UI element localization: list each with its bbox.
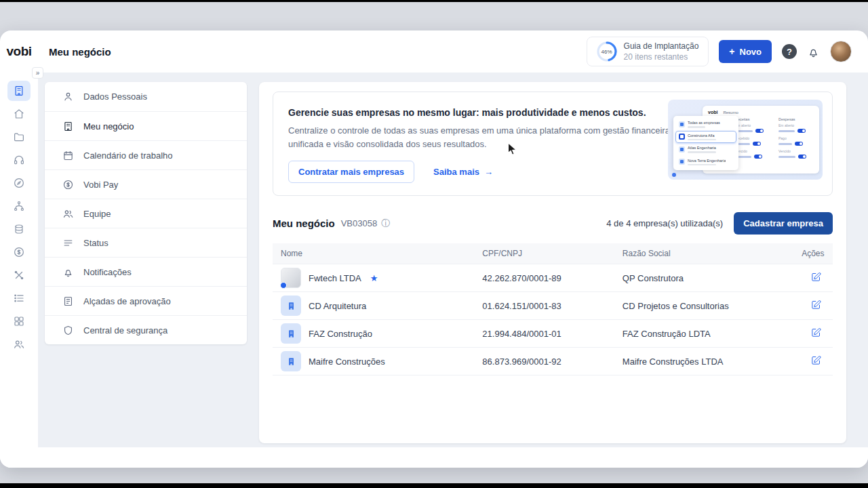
mini-despesas-header: Despesas [778, 117, 814, 121]
rail-projects-folder-icon[interactable] [7, 127, 31, 147]
app-body: Dados Pessoais Meu negócio Calendário de… [0, 73, 868, 447]
help-icon[interactable]: ? [782, 44, 797, 59]
sidebar-item-vobi-pay[interactable]: Vobi Pay [45, 169, 247, 199]
sidebar-item-calendario[interactable]: Calendário de trabalho [45, 140, 247, 169]
guide-subtitle: 20 itens restantes [624, 52, 699, 62]
company-name: Maifre Construções [309, 357, 385, 367]
edit-company-icon[interactable] [809, 270, 823, 286]
mini-toggle-icon [754, 155, 762, 159]
mini-company-row: Nova Terra Engenharia [675, 156, 736, 169]
sidebar-item-meu-negocio[interactable]: Meu negócio [45, 111, 247, 140]
main-panel: Gerencie suas empresas no mesmo lugar: m… [259, 82, 846, 443]
info-icon[interactable]: ⓘ [381, 218, 390, 230]
table-row: Fwtech LTDA ★ 42.262.870/0001-89 QP Cons… [273, 264, 833, 292]
sidebar-item-seguranca[interactable]: Central de segurança [45, 315, 247, 344]
banner-illustration: vobi Resumo Receitas Em aberto [668, 100, 823, 180]
company-razao: CD Projetos e Consultorias [614, 292, 793, 320]
company-building-icon [281, 351, 301, 371]
user-avatar[interactable] [830, 41, 852, 62]
company-building-icon [281, 296, 301, 316]
company-cnpj: 42.262.870/0001-89 [474, 264, 614, 292]
table-row: CD Arquitetura 01.624.151/0001-83 CD Pro… [273, 292, 833, 320]
sidebar-expand-icon[interactable]: » [32, 67, 43, 79]
mini-summary-title: Resumo [723, 110, 738, 115]
company-razao: Maifre Construções LTDA [614, 348, 793, 375]
rail-support-headset-icon[interactable] [7, 150, 31, 170]
rail-company-icon[interactable] [7, 81, 31, 101]
multi-company-banner: Gerencie suas empresas no mesmo lugar: m… [273, 92, 833, 196]
mini-company-row: Todas as empresas [675, 118, 736, 131]
building-icon-label: Meu negócio [83, 121, 134, 131]
mini-toggle-icon [798, 155, 806, 159]
sidebar-item-equipe[interactable]: Equipe [45, 199, 247, 228]
person-icon-label: Dados Pessoais [83, 92, 147, 102]
edit-company-icon[interactable] [809, 298, 823, 314]
shield-icon-label: Central de segurança [83, 325, 167, 336]
notifications-bell-icon[interactable] [807, 45, 820, 58]
rail-tools-icon[interactable] [7, 265, 31, 285]
new-button[interactable]: + Novo [719, 40, 772, 63]
vobi-logo: vobi [6, 44, 31, 59]
status-icon-label: Status [83, 238, 108, 248]
companies-table: Nome CPF/CNPJ Razão Social Ações Fwtech … [273, 243, 833, 375]
rail-kanban-grid-icon[interactable] [7, 311, 31, 331]
edit-company-icon[interactable] [809, 325, 823, 342]
company-cnpj: 01.624.151/0001-83 [474, 292, 614, 320]
company-name: CD Arquitetura [309, 301, 366, 311]
account-code: VB03058 [341, 218, 378, 228]
table-row: Maifre Construções 86.873.969/0001-92 Ma… [273, 348, 833, 375]
banner-title: Gerencie suas empresas no mesmo lugar: m… [288, 107, 695, 118]
sidebar-item-notificacoes[interactable]: Notificações [45, 257, 247, 286]
company-razao: QP Construtora [614, 264, 793, 292]
company-name: FAZ Construção [309, 329, 372, 339]
contract-more-companies-button[interactable]: Contratar mais empresas [288, 161, 414, 183]
logo-box: vobi [0, 44, 38, 59]
sidebar-item-dados-pessoais[interactable]: Dados Pessoais [45, 82, 247, 111]
implementation-guide-widget[interactable]: 46% Guia de Implantação 20 itens restant… [587, 37, 709, 66]
companies-usage-count: 4 de 4 empresa(s) utilizada(s) [606, 218, 723, 228]
rail-tasks-list-icon[interactable] [7, 288, 31, 308]
mini-company-list: Todas as empresas Construtora Alfa [673, 116, 738, 170]
sidebar-item-status[interactable]: Status [45, 228, 247, 257]
bell-icon-label: Notificações [83, 267, 132, 277]
sidebar-item-alcadas[interactable]: Alçadas de aprovação [45, 286, 247, 315]
mini-company-icon [679, 134, 685, 140]
company-cnpj: 86.873.969/0001-92 [474, 348, 614, 375]
mini-receitas-header: Receitas [735, 117, 770, 121]
rail-team-icon[interactable] [7, 334, 31, 354]
register-company-button[interactable]: Cadastrar empresa [734, 212, 833, 235]
dollar-icon-label: Vobi Pay [83, 180, 118, 190]
topbar-actions: 46% Guia de Implantação 20 itens restant… [587, 37, 852, 66]
banner-description: Centralize o controle de todas as suas e… [288, 124, 695, 150]
guide-title: Guia de Implantação [624, 41, 699, 51]
calendar-icon-label: Calendário de trabalho [83, 150, 173, 161]
learn-more-link[interactable]: Saiba mais → [433, 167, 493, 177]
rail-hierarchy-icon[interactable] [7, 196, 31, 216]
decorative-dot [672, 173, 676, 177]
favorite-star-icon[interactable]: ★ [370, 273, 378, 283]
companies-title: Meu negócio [273, 218, 335, 229]
rail-compass-icon[interactable] [7, 173, 31, 193]
company-logo-avatar [281, 268, 301, 288]
icon-rail [0, 73, 38, 447]
col-header-acoes: Ações [793, 243, 833, 264]
mini-toggle-icon [753, 142, 761, 146]
content-area: Dados Pessoais Meu negócio Calendário de… [38, 73, 868, 447]
mini-company-row: Atlas Engenharia [675, 143, 736, 156]
mini-toggle-icon [795, 142, 803, 146]
edit-company-icon[interactable] [809, 353, 823, 369]
page-title: Meu negócio [49, 46, 111, 58]
col-header-nome: Nome [273, 243, 474, 264]
rail-dollar-coin-icon[interactable] [7, 242, 31, 262]
company-cnpj: 21.994.484/0001-01 [474, 320, 614, 348]
plus-icon: + [729, 46, 734, 57]
rail-home-icon[interactable] [7, 104, 31, 124]
arrow-right-icon: → [484, 167, 493, 177]
mini-company-icon [679, 159, 685, 165]
window-footer [0, 447, 868, 468]
table-row: FAZ Construção 21.994.484/0001-01 FAZ Co… [273, 320, 833, 348]
rail-coins-stack-icon[interactable] [7, 219, 31, 239]
mini-toggle-icon [755, 129, 764, 133]
approval-icon-label: Alçadas de aprovação [83, 296, 171, 306]
mini-company-icon [679, 146, 685, 152]
